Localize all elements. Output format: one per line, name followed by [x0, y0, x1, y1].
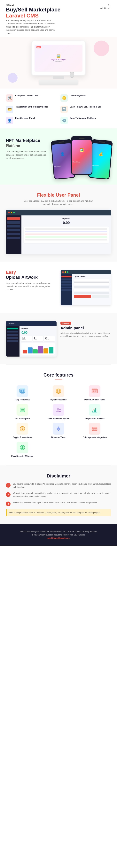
sidebar-nav-item-active: [7, 217, 20, 220]
admin-nav-sidebar: [61, 274, 72, 305]
hero-blob-2: [8, 73, 18, 83]
flex-panel-title: Flexible User Panel: [6, 192, 111, 198]
wallet-label: My wallet: [24, 218, 109, 220]
feature-icon-laravel: 🛠️: [6, 94, 13, 102]
deposit-icon: [19, 444, 26, 451]
core-icon-responsive: [17, 385, 28, 397]
by-label: By:: [108, 4, 111, 6]
core-item-crypto: ₿ Crypto Transactions: [6, 423, 39, 439]
submit-button[interactable]: [74, 295, 91, 298]
svg-rect-17: [95, 391, 96, 392]
dashboard-mini-body: Balance 0.00 12 NFTs 8 Sales 24: [6, 326, 56, 356]
ethereum-icon: [55, 425, 62, 432]
admin-nav-item-1: [62, 279, 72, 280]
form-input-3[interactable]: [74, 289, 110, 291]
admin-nav-item-2: [62, 281, 72, 283]
feature-icon-manage: ⚙️: [61, 117, 68, 124]
nft-description: User can buy, sell & bid their artworks …: [6, 150, 49, 160]
feature-text-laravel: Complete Laravel CMS: [15, 94, 39, 97]
logo: Nftzai.: [6, 4, 111, 7]
table-row-3: [25, 236, 107, 238]
core-icon-crypto: ₿: [17, 423, 28, 435]
core-label-admin-panel: Powerful Admin Panel: [85, 399, 105, 401]
wallet-balance: 0.00: [24, 221, 109, 225]
features-section: 🛠️ Complete Laravel CMS 🪙 Coin Integrati…: [0, 89, 117, 128]
feature-text-manage: Easy To Manage Platform: [70, 117, 96, 120]
form-input-2[interactable]: [74, 282, 110, 285]
footer-section: After Downloading our product we will no…: [0, 524, 117, 546]
dashboard-mini-mockup: Dashboard Balance 0.00 12 NFTs: [6, 321, 56, 356]
disclaimer-num-3: 3: [6, 501, 10, 506]
core-label-responsive: Fully responsive: [15, 399, 30, 401]
nft-marketplace-icon: NFT: [19, 406, 26, 413]
core-item-coinpayments: Coinpayments Integration: [78, 423, 111, 439]
mini-chart: [21, 343, 54, 354]
svg-rect-37: [95, 430, 96, 430]
screen-tag: NFT: [37, 46, 41, 48]
admin-mini-nav-2: [7, 334, 18, 336]
feature-complete-laravel: 🛠️ Complete Laravel CMS: [6, 94, 56, 102]
author-byline: By: zainktheme: [100, 4, 111, 10]
stat-cards-row: 12 NFTs 8 Sales 24 Users: [21, 336, 54, 341]
cancel-button[interactable]: [92, 295, 110, 298]
upload-artwork-section: Easy Upload Artwork User can upload an a…: [0, 262, 117, 313]
stat-label-3: Users: [45, 339, 54, 340]
coinpayments-icon: [91, 425, 98, 432]
stat-num-3: 24: [45, 337, 54, 339]
feature-icon-buy-sell: 🔄: [61, 105, 68, 113]
phone-screen-2: 🖼️ Marketplace: [72, 140, 92, 174]
disclaimer-item-1: 1 You have to configure NFT related All-…: [6, 483, 111, 489]
core-features-title: Core features: [6, 372, 111, 378]
admin-mini-nav-1: [7, 331, 18, 333]
chart-icon: [91, 406, 98, 413]
sidebar-nav-item-2: [7, 225, 20, 227]
feature-text-user-panel: Flexible User Panel: [15, 117, 35, 120]
user-subscribe-icon: [55, 406, 62, 413]
form-input-1[interactable]: [74, 279, 110, 281]
screen-content: 🖼️ Buy/Sell NFT Digital Collections: [51, 54, 66, 62]
disclaimer-text-2: We don't have any node support in the pr…: [13, 492, 111, 498]
stat-card-1: 12 NFTs: [21, 336, 32, 341]
core-item-deposit: Easy Deposit/ Withdraw: [6, 442, 39, 458]
footer-email[interactable]: zainktheme@gmail.com: [47, 537, 70, 539]
svg-rect-3: [21, 393, 24, 394]
disclaimer-title: Disclaimer: [6, 473, 111, 478]
chart-bar-1: [23, 350, 27, 353]
svg-rect-16: [95, 391, 96, 391]
disclaimer-item-2: 2 We don't have any node support in the …: [6, 492, 111, 498]
upload-preview-area: Upload Artwork: [61, 270, 111, 306]
core-icon-deposit: [17, 442, 28, 454]
upload-description: User can upload an artwork very easily a…: [6, 281, 56, 291]
admin-mini-nav-active: [7, 328, 18, 330]
svg-marker-31: [57, 427, 60, 430]
stat-card-2: 8 Sales: [33, 336, 43, 341]
stat-num-2: 8: [34, 337, 42, 339]
feature-manage-platform: ⚙️ Easy To Manage Platform: [61, 117, 111, 124]
admin-panel-preview: Dashboard Balance 0.00 12 NFTs: [6, 321, 56, 356]
core-label-nft: NFT Marketplace: [15, 417, 30, 420]
admin-screen-mockup: Upload Artwork: [61, 270, 111, 306]
feature-buy-sell: 🔄 Easy To Buy, Sell, Resell & Bid: [61, 105, 111, 113]
feature-text-transaction: Transaction With Coinpayments: [15, 105, 48, 108]
svg-point-23: [59, 409, 61, 410]
form-row-1: [74, 286, 110, 288]
svg-rect-15: [93, 391, 94, 392]
feature-icon-coin: 🪙: [61, 94, 68, 102]
admin-mini-nav-3: [7, 337, 18, 339]
phone-mockup-2: 🖼️ Marketplace: [71, 136, 92, 175]
core-features-grid: Fully responsive Dynamic Website: [6, 385, 111, 458]
screen-dot-green: [67, 271, 68, 273]
admin-panel-icon: [91, 388, 98, 395]
window-dot-green: [13, 212, 15, 213]
sidebar-nav-item-4: [7, 233, 20, 235]
sidebar-nav-item-1: [7, 221, 20, 224]
svg-point-22: [57, 408, 59, 410]
admin-panel-section: Dashboard Balance 0.00 12 NFTs: [0, 313, 117, 364]
disclaimer-num-2: 2: [6, 492, 10, 497]
window-dot-red: [8, 212, 10, 213]
feature-icon-user-panel: 👤: [6, 117, 13, 124]
core-icon-admin-panel: [89, 385, 100, 397]
dynamic-website-icon: [55, 388, 62, 395]
hero-blob-1: [94, 40, 109, 56]
sidebar-nav-item-5: [7, 237, 20, 239]
